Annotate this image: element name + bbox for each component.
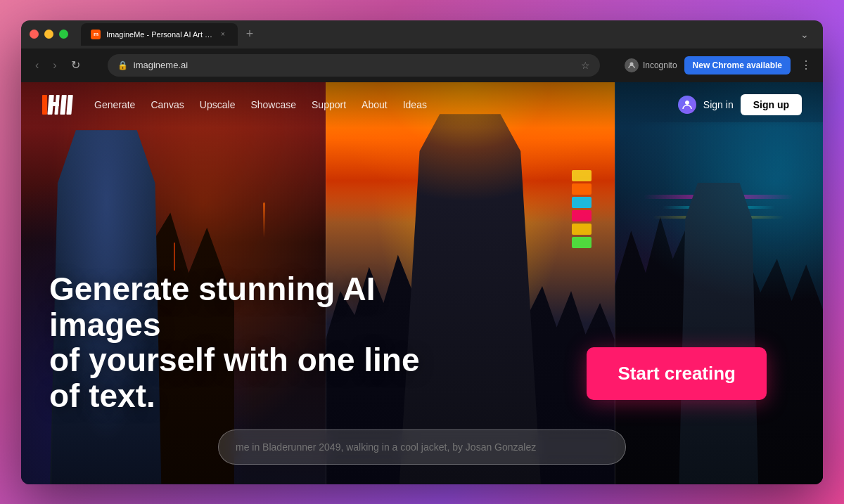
- svg-rect-4: [60, 95, 66, 115]
- incognito-button[interactable]: Incognito: [625, 58, 677, 72]
- sign-in-button[interactable]: Sign in: [703, 99, 734, 110]
- nav-links: Generate Canvas Upscale Showcase Support…: [94, 99, 678, 110]
- nav-generate[interactable]: Generate: [94, 99, 135, 110]
- back-button[interactable]: ‹: [32, 56, 41, 75]
- browser-right-controls: Incognito New Chrome available ⋮: [625, 56, 812, 75]
- svg-rect-5: [66, 95, 72, 115]
- reload-button[interactable]: ↻: [68, 56, 83, 75]
- nav-auth: Sign in Sign up: [678, 94, 802, 115]
- browser-menu-button[interactable]: ⋮: [800, 58, 812, 72]
- hero-title: Generate stunning AI images of yourself …: [49, 271, 443, 413]
- lock-icon: 🔒: [117, 60, 128, 70]
- prompt-input[interactable]: [218, 429, 626, 465]
- prompt-container: [218, 429, 626, 465]
- sign-up-button[interactable]: Sign up: [741, 94, 802, 115]
- address-bar[interactable]: 🔒 imagineme.ai ☆: [108, 54, 600, 77]
- url-display: imagineme.ai: [134, 60, 575, 70]
- titlebar: m ImagineMe - Personal AI Art … × + ⌄: [21, 20, 823, 49]
- forward-button[interactable]: ›: [50, 56, 59, 75]
- website-content: Generate Canvas Upscale Showcase Support…: [21, 82, 823, 484]
- hero-content: Generate stunning AI images of yourself …: [49, 271, 443, 413]
- site-logo[interactable]: [42, 93, 73, 116]
- incognito-icon: [625, 58, 639, 72]
- maximize-window-button[interactable]: [59, 30, 68, 39]
- start-creating-button[interactable]: Start creating: [587, 347, 767, 400]
- minimize-window-button[interactable]: [44, 30, 53, 39]
- hero-title-line2: of yourself with one line of text.: [49, 342, 419, 414]
- cta-container: Start creating: [587, 347, 767, 400]
- nav-showcase[interactable]: Showcase: [250, 99, 296, 110]
- tab-title: ImagineMe - Personal AI Art …: [106, 30, 212, 39]
- active-tab[interactable]: m ImagineMe - Personal AI Art … ×: [81, 23, 238, 46]
- nav-canvas[interactable]: Canvas: [151, 99, 184, 110]
- close-window-button[interactable]: [30, 30, 39, 39]
- panel-divider-2: [615, 82, 615, 484]
- nav-upscale[interactable]: Upscale: [200, 99, 236, 110]
- new-chrome-button[interactable]: New Chrome available: [684, 56, 791, 75]
- panel-right: [615, 82, 823, 484]
- new-tab-button[interactable]: +: [241, 25, 259, 44]
- star-icon[interactable]: ☆: [581, 60, 590, 71]
- svg-rect-1: [42, 95, 47, 115]
- tab-close-button[interactable]: ×: [218, 30, 228, 39]
- browser-window: m ImagineMe - Personal AI Art … × + ⌄ ‹ …: [21, 20, 823, 484]
- site-nav: Generate Canvas Upscale Showcase Support…: [21, 82, 823, 128]
- avatar-icon: [678, 96, 696, 114]
- nav-support[interactable]: Support: [312, 99, 346, 110]
- hero-title-line1: Generate stunning AI images: [49, 271, 375, 343]
- tab-area: m ImagineMe - Personal AI Art … × +: [81, 23, 795, 46]
- nav-about[interactable]: About: [362, 99, 388, 110]
- nav-ideas[interactable]: Ideas: [403, 99, 427, 110]
- tab-favicon: m: [91, 30, 101, 39]
- incognito-label: Incognito: [643, 60, 677, 70]
- addressbar: ‹ › ↻ 🔒 imagineme.ai ☆ Incognito New Chr…: [21, 49, 823, 82]
- window-controls: ⌄: [800, 29, 814, 40]
- svg-rect-6: [49, 102, 59, 106]
- chevron-down-icon: ⌄: [800, 29, 809, 40]
